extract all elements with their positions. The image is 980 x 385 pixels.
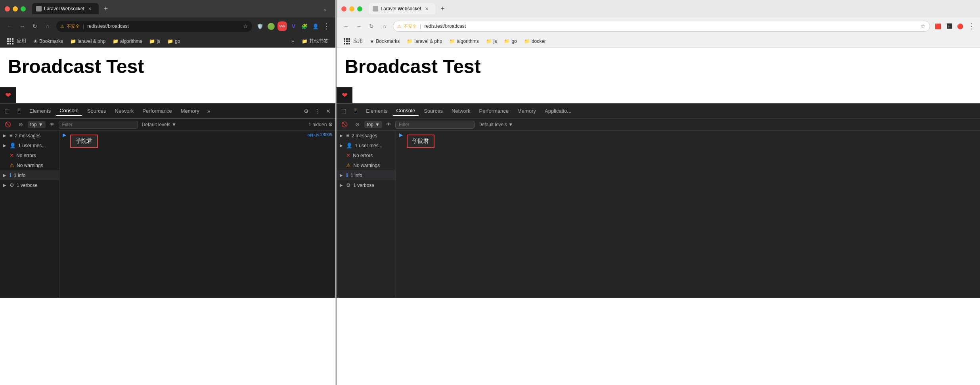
left-ext-avatar[interactable]: 👤 [311, 21, 320, 31]
right-devtools-device[interactable]: 📱 [350, 106, 361, 117]
right-ext-avatar1[interactable]: 🟥 [933, 21, 943, 31]
left-console-source[interactable]: app.js:28009 [307, 132, 332, 137]
left-bookmark-laravel[interactable]: 📁 laravel & php [67, 37, 109, 45]
left-bookmark-star[interactable]: ☆ [243, 23, 248, 29]
right-maximize-button[interactable] [357, 6, 362, 12]
right-sidebar-user-messages[interactable]: ▶ 👤 1 user mes... [337, 141, 396, 150]
left-more-menu[interactable]: ⋮ [322, 21, 331, 31]
right-bookmark-laravel[interactable]: 📁 laravel & php [404, 37, 445, 45]
left-sidebar-errors[interactable]: ✕ No errors [0, 150, 59, 160]
right-filter-noisy[interactable]: ⊘ [352, 119, 363, 130]
left-ext-puzzle[interactable]: 🧩 [300, 21, 309, 31]
left-bookmark-star[interactable]: ★ Bookmarks [30, 37, 66, 45]
left-tab-sources[interactable]: Sources [83, 106, 110, 116]
left-filter-eye[interactable]: 👁 [47, 121, 57, 128]
left-tab-performance[interactable]: Performance [138, 106, 176, 116]
left-tab-close[interactable]: ✕ [87, 6, 93, 12]
left-bookmark-algorithms[interactable]: 📁 algorithms [109, 37, 145, 45]
left-bookmark-go[interactable]: 📁 go [164, 37, 183, 45]
right-sidebar-info[interactable]: ▶ ℹ 1 info [337, 170, 396, 180]
left-forward-button[interactable]: → [17, 21, 28, 32]
right-back-button[interactable]: ← [341, 21, 352, 32]
left-devtools-settings[interactable]: ⚙ [301, 106, 312, 117]
right-ext-avatar2[interactable]: 🅰 [944, 21, 954, 31]
right-sidebar-errors[interactable]: ✕ No errors [337, 150, 396, 160]
right-tab-memory[interactable]: Memory [513, 106, 540, 116]
left-tab-elements[interactable]: Elements [25, 106, 55, 116]
left-filter-input[interactable] [59, 121, 138, 129]
left-sidebar-verbose[interactable]: ▶ ⚙ 1 verbose [0, 180, 59, 190]
left-devtools-inspect[interactable]: ⬚ [2, 106, 13, 117]
left-minimize-button[interactable] [13, 6, 18, 12]
left-sidebar-user-messages[interactable]: ▶ 👤 1 user mes... [0, 141, 59, 150]
left-home-button[interactable]: ⌂ [42, 21, 53, 32]
left-context-select[interactable]: top ▼ [28, 121, 46, 128]
left-filter-levels[interactable]: Default levels ▼ [140, 121, 179, 128]
right-refresh-button[interactable]: ↻ [366, 21, 377, 32]
left-sidebar-warnings[interactable]: ⚠ No warnings [0, 160, 59, 170]
left-filter-noisy[interactable]: ⊘ [15, 119, 26, 130]
right-bookmark-go[interactable]: 📁 go [501, 37, 520, 45]
right-sidebar-verbose[interactable]: ▶ ⚙ 1 verbose [337, 180, 396, 190]
right-tab-sources[interactable]: Sources [420, 106, 447, 116]
left-devtools-tab-overflow[interactable]: » [204, 106, 214, 116]
right-sidebar-warnings[interactable]: ⚠ No warnings [337, 160, 396, 170]
right-forward-button[interactable]: → [353, 21, 364, 32]
left-back-button[interactable]: ← [4, 21, 15, 32]
left-bookmark-js[interactable]: 📁 js [146, 37, 163, 45]
right-devtools-inspect[interactable]: ⬚ [338, 106, 349, 117]
right-bookmark-docker[interactable]: 📁 docker [521, 37, 549, 45]
right-bookmark-star[interactable]: ☆ [921, 23, 926, 29]
right-bookmark-js[interactable]: 📁 js [483, 37, 500, 45]
left-maximize-button[interactable] [21, 6, 26, 12]
left-tab-network[interactable]: Network [111, 106, 138, 116]
left-bookmark-apps[interactable]: 应用 [4, 37, 29, 46]
right-close-button[interactable] [341, 6, 346, 12]
left-bookmark-overflow[interactable]: » [289, 37, 297, 45]
right-ext-red[interactable]: 🔴 [955, 21, 965, 31]
left-tab-overflow[interactable]: ⌄ [320, 3, 331, 14]
left-ext-v[interactable]: V [289, 21, 298, 31]
left-filter-clear[interactable]: 🚫 [2, 119, 13, 130]
left-devtools-device[interactable]: 📱 [13, 106, 25, 117]
right-filter-levels[interactable]: Default levels ▼ [476, 121, 515, 128]
right-tab-elements[interactable]: Elements [362, 106, 391, 116]
left-verbose-label: 1 verbose [17, 183, 38, 188]
left-tab-console[interactable]: Console [56, 106, 82, 116]
right-filter-eye[interactable]: 👁 [384, 121, 394, 128]
right-home-button[interactable]: ⌂ [379, 21, 390, 32]
right-bookmark-apps[interactable]: 应用 [341, 37, 366, 46]
left-close-button[interactable] [5, 6, 10, 12]
left-devtools-more[interactable]: ⋮ [312, 106, 323, 117]
right-filter-input[interactable] [395, 121, 475, 129]
left-bookmark-other[interactable]: 📁 其他书签 [299, 37, 331, 46]
right-minimize-button[interactable] [349, 6, 354, 12]
left-active-tab[interactable]: Laravel Websocket ✕ [32, 3, 99, 14]
right-tab-close[interactable]: ✕ [423, 6, 430, 12]
left-ext-green[interactable]: 🟢 [266, 21, 276, 31]
right-active-tab[interactable]: Laravel Websocket ✕ [369, 3, 435, 14]
right-bookmark-algorithms[interactable]: 📁 algorithms [446, 37, 482, 45]
right-tab-performance[interactable]: Performance [475, 106, 513, 116]
left-other-folder-icon: 📁 [302, 38, 308, 44]
right-tab-network[interactable]: Network [448, 106, 475, 116]
right-context-select[interactable]: top ▼ [364, 121, 382, 128]
left-sidebar-messages[interactable]: ▶ ≡ 2 messages [0, 131, 59, 141]
left-address-bar[interactable]: ⚠ 不安全 | redis.test/broadcast ☆ [56, 21, 252, 32]
right-bookmark-star-item[interactable]: ★ Bookmarks [367, 37, 403, 45]
left-new-tab-button[interactable]: + [100, 3, 111, 14]
right-sidebar-messages[interactable]: ▶ ≡ 2 messages [337, 131, 396, 141]
left-ext-badge[interactable]: 999 [278, 21, 287, 31]
right-tab-application[interactable]: Applicatio... [541, 106, 575, 116]
right-new-tab-button[interactable]: + [437, 3, 448, 14]
left-filter-settings-icon[interactable]: ⚙ [328, 121, 333, 127]
right-more-menu[interactable]: ⋮ [967, 21, 976, 31]
left-refresh-button[interactable]: ↻ [29, 21, 40, 32]
left-sidebar-info[interactable]: ▶ ℹ 1 info [0, 170, 59, 180]
right-filter-clear[interactable]: 🚫 [339, 119, 350, 130]
right-address-bar[interactable]: ⚠ 不安全 | redis.test/broadcast ☆ [393, 21, 930, 32]
left-tab-memory[interactable]: Memory [177, 106, 203, 116]
right-tab-console[interactable]: Console [392, 106, 419, 116]
left-devtools-close[interactable]: ✕ [323, 106, 334, 117]
left-ext-shield[interactable]: 🛡️ [255, 21, 265, 31]
